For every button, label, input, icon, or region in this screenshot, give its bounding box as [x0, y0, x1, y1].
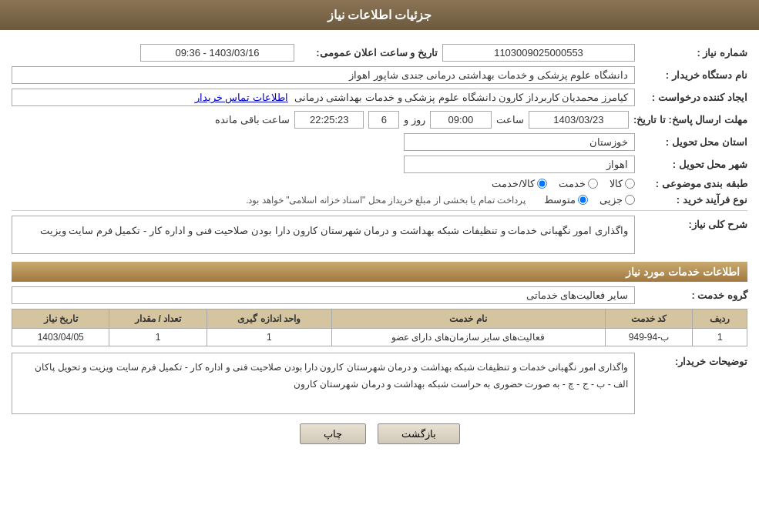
table-header: واحد اندازه گیری: [207, 309, 331, 329]
need-number-label: شماره نیاز :: [640, 47, 747, 59]
purchase-note: پرداخت تمام یا بخشی از مبلغ خریداز محل "…: [246, 195, 526, 206]
buyer-org-value: دانشگاه علوم پزشکی و خدمات بهداشتی درمان…: [12, 66, 635, 84]
reply-deadline-label: مهلت ارسال پاسخ: تا تاریخ:: [633, 114, 747, 125]
creator-label: ایجاد کننده درخواست :: [640, 92, 747, 103]
service-info-title: اطلاعات خدمات مورد نیاز: [12, 262, 747, 282]
radio-service-label: خدمت: [559, 178, 586, 189]
radio-medium[interactable]: متوسط: [544, 194, 588, 206]
table-cell: 1403/04/05: [12, 329, 109, 346]
table-cell: 1: [207, 329, 331, 346]
general-desc-value: واگذاری امور نگهبانی خدمات و تنظیفات شبک…: [12, 216, 635, 254]
general-desc-label: شرح کلی نیاز:: [640, 216, 747, 230]
purchase-type-label: نوع فرآیند خرید :: [640, 194, 747, 206]
remaining-label: ساعت باقی مانده: [215, 114, 290, 125]
buyer-desc-label: توضیحات خریدار:: [640, 353, 747, 367]
table-header: تاریخ نیاز: [12, 309, 109, 329]
province-label: استان محل تحویل :: [640, 136, 747, 148]
province-value: خوزستان: [404, 133, 635, 151]
back-button[interactable]: بازگشت: [378, 423, 460, 444]
radio-service[interactable]: خدمت: [559, 178, 598, 189]
table-header: تعداد / مقدار: [109, 309, 207, 329]
public-announce-label: تاریخ و ساعت اعلان عمومی:: [299, 47, 438, 59]
page-header: جزئیات اطلاعات نیاز: [0, 0, 759, 30]
category-label: طبقه بندی موضوعی :: [640, 178, 747, 189]
radio-medium-label: متوسط: [544, 194, 576, 206]
radio-service-input[interactable]: [588, 179, 598, 189]
table-cell: 1: [693, 329, 747, 346]
reply-days: 6: [368, 111, 399, 129]
radio-goods[interactable]: کالا: [610, 178, 635, 189]
reply-day-label: روز و: [404, 114, 425, 125]
radio-goods-service-input[interactable]: [537, 179, 547, 189]
table-row: 1ب-94-949فعالیت‌های سایر سازمان‌های دارا…: [12, 329, 747, 346]
buyer-desc-value: واگذاری امور نگهبانی خدمات و تنظیفات شبک…: [12, 353, 635, 414]
table-header: کد خدمت: [605, 309, 693, 329]
reply-date: 1403/03/23: [529, 111, 629, 129]
public-announce-value: 1403/03/16 - 09:36: [140, 44, 294, 62]
radio-goods-service-label: کالا/خدمت: [492, 178, 535, 189]
radio-partial-input[interactable]: [625, 195, 635, 205]
items-table: ردیفکد خدمتنام خدمتواحد اندازه گیریتعداد…: [12, 309, 747, 346]
radio-goods-label: کالا: [610, 178, 623, 189]
radio-partial[interactable]: جزیی: [599, 194, 635, 206]
creator-value: کیامرز محمدیان کاربرداز کارون دانشگاه عل…: [294, 92, 628, 103]
buttons-row: بازگشت چاپ: [12, 423, 747, 444]
table-header: نام خدمت: [331, 309, 605, 329]
service-group-label: گروه خدمت :: [640, 289, 747, 301]
radio-goods-service[interactable]: کالا/خدمت: [492, 178, 547, 189]
radio-partial-label: جزیی: [599, 194, 623, 206]
buyer-org-label: نام دستگاه خریدار :: [640, 69, 747, 81]
reply-time-label: ساعت: [496, 114, 524, 125]
remaining-time: 22:25:23: [294, 111, 364, 129]
service-group-value: سایر فعالیت‌های خدماتی: [12, 286, 635, 304]
radio-medium-input[interactable]: [578, 195, 588, 205]
city-label: شهر محل تحویل :: [640, 159, 747, 170]
city-value: اهواز: [404, 156, 635, 173]
page-title: جزئیات اطلاعات نیاز: [327, 8, 432, 22]
table-header: ردیف: [693, 309, 747, 329]
table-cell: 1: [109, 329, 207, 346]
radio-goods-input[interactable]: [625, 179, 635, 189]
reply-time: 09:00: [430, 111, 492, 129]
print-button[interactable]: چاپ: [300, 423, 366, 444]
need-number-value: 1103009025000553: [442, 44, 635, 62]
table-cell: ب-94-949: [605, 329, 693, 346]
contact-link[interactable]: اطلاعات تماس خریدار: [195, 92, 288, 103]
table-cell: فعالیت‌های سایر سازمان‌های دارای عضو: [331, 329, 605, 346]
